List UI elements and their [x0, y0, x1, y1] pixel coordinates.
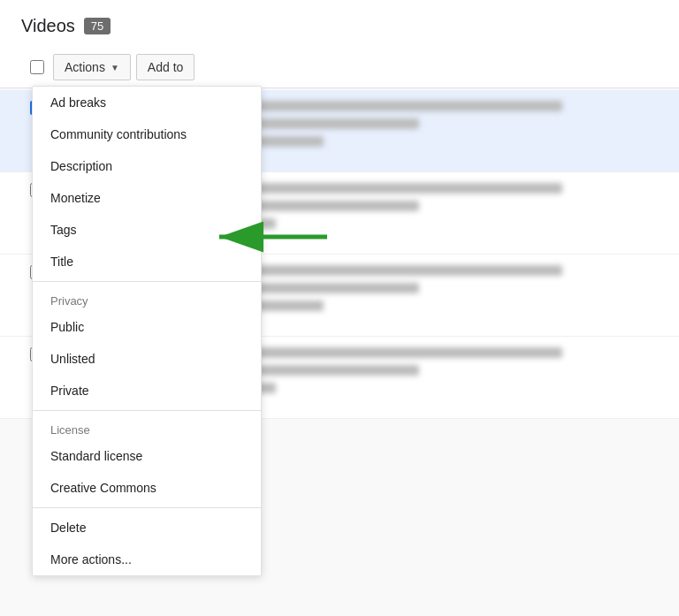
- actions-label: Actions: [65, 60, 105, 74]
- video-count-badge: 75: [84, 18, 111, 34]
- menu-item-monetize[interactable]: Monetize: [33, 182, 261, 214]
- menu-item-description[interactable]: Description: [33, 150, 261, 182]
- toolbar: Actions ▼ Add to Ad breaks Community con…: [0, 47, 679, 88]
- license-section-label: License: [33, 414, 261, 440]
- menu-item-creative-commons[interactable]: Creative Commons: [33, 472, 261, 504]
- menu-item-standard-license[interactable]: Standard license: [33, 440, 261, 472]
- menu-item-tags[interactable]: Tags: [33, 214, 261, 246]
- select-all-checkbox[interactable]: [30, 60, 44, 74]
- select-all-checkbox-col: [21, 60, 53, 74]
- license-divider: [33, 410, 261, 411]
- actions-dropdown: Ad breaks Community contributions Descri…: [32, 86, 262, 576]
- menu-item-delete[interactable]: Delete: [33, 512, 261, 544]
- menu-item-ad-breaks[interactable]: Ad breaks: [33, 87, 261, 118]
- actions-button[interactable]: Actions ▼: [53, 54, 131, 80]
- page-title: Videos: [21, 16, 75, 36]
- menu-item-unlisted[interactable]: Unlisted: [33, 343, 261, 375]
- page-header: Videos 75: [0, 0, 679, 47]
- footer-divider: [33, 507, 261, 508]
- caret-icon: ▼: [111, 63, 119, 72]
- menu-item-private[interactable]: Private: [33, 375, 261, 407]
- menu-item-public[interactable]: Public: [33, 311, 261, 343]
- privacy-section-label: Privacy: [33, 285, 261, 311]
- menu-item-title[interactable]: Title: [33, 246, 261, 278]
- add-to-button[interactable]: Add to: [136, 54, 195, 80]
- menu-item-more-actions[interactable]: More actions...: [33, 544, 261, 575]
- privacy-divider: [33, 281, 261, 282]
- menu-item-community-contributions[interactable]: Community contributions: [33, 118, 261, 150]
